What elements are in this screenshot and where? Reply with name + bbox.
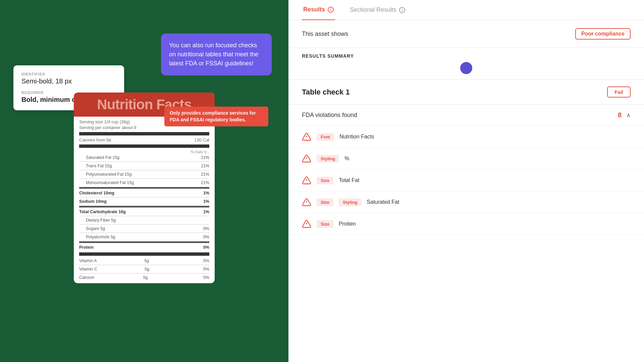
tab-sectional-label: Sectional Results (350, 6, 396, 13)
row-value: 5g (143, 275, 148, 280)
progress-indicator (302, 62, 631, 74)
tab-sectional-info-icon[interactable]: i (399, 7, 405, 13)
row-value: 21% (201, 172, 209, 177)
calories-row: Calories from fat 130 Cal (79, 137, 209, 142)
calories-from-fat-value: 130 Cal (194, 137, 209, 142)
tab-results-label: Results (303, 6, 325, 13)
violation-row: Font Nutrition Facts (288, 126, 644, 148)
table-row: Vitamin A 5g 5% (79, 258, 209, 264)
row-pct: 5% (203, 267, 209, 272)
table-row: Trans Fat 15g 21% (79, 163, 209, 169)
row-label: Trans Fat 15g (86, 164, 112, 168)
violation-text: Nutrition Facts (339, 134, 374, 140)
daily-header: % Daily V... (79, 150, 209, 154)
row-value: 0% (203, 245, 209, 250)
table-row: Vitamin C 5g 5% (79, 266, 209, 272)
warning-icon (302, 154, 311, 163)
violation-row: Size Styling Saturated Fat (288, 191, 644, 213)
tooltip-purple-text: You can also run focused checks on nutri… (169, 42, 258, 67)
identified-value: Semi-bold, 18 px (21, 77, 116, 85)
row-label: Calcium (79, 275, 94, 280)
warning-icon (302, 176, 311, 185)
row-value: 1% (203, 199, 209, 204)
violation-text: % (344, 156, 349, 162)
thick-bar-bottom (79, 252, 209, 256)
violation-text: Saturated Fat (367, 199, 399, 205)
table-row: Polyunsaturated Fat 15g 21% (79, 171, 209, 177)
tab-results[interactable]: Results i (302, 0, 335, 20)
violations-panel: FDA violations found 8 ∧ Font Nutrition … (288, 105, 644, 362)
table-row: Sugars 5g 0% (79, 226, 209, 232)
violations-count: 8 (618, 111, 622, 119)
violations-title: FDA violations found (302, 112, 357, 119)
violations-header: FDA violations found 8 ∧ (288, 105, 644, 126)
tag-font: Font (317, 133, 334, 141)
violation-row: Styling % (288, 148, 644, 170)
calories-from-fat-label: Calories from fat (79, 137, 111, 142)
left-panel: IDENTIFIED Semi-bold, 18 px REQUIRED Bol… (0, 0, 288, 362)
row-label: Sodium 10mg (79, 199, 107, 204)
row-label: Polyalcohols 5g (86, 235, 115, 239)
tooltip-purple: You can also run focused checks on nutri… (161, 34, 272, 75)
row-pct: 5% (203, 275, 209, 280)
table-row: Sodium 10mg 1% (79, 198, 209, 204)
row-label: Cholesterol 10mg (79, 191, 114, 195)
violation-row: Size Protien (288, 213, 644, 235)
tag-styling: Styling (317, 155, 339, 163)
table-row: Polyalcohols 5g 0% (79, 234, 209, 240)
row-label: Saturated Fat 15g (86, 155, 119, 160)
asset-summary: This asset shows Poor compliance (288, 20, 644, 48)
results-summary-title: RESULTS SUMMARY (302, 53, 631, 59)
table-row: Dietary Fiber 5g (79, 217, 209, 223)
nutrition-body: Serving size 1/4 cup (38g) Serving per c… (74, 117, 215, 283)
row-value: 21% (201, 155, 209, 160)
row-label: Monounsaturated Fat 15g (86, 180, 134, 185)
warning-icon (302, 197, 311, 207)
tab-results-info-icon[interactable]: i (328, 7, 334, 13)
row-label: Sugars 5g (86, 226, 105, 231)
table-row: Total Carbohydrate 10g 1% (79, 209, 209, 215)
violation-text: Total Fat (339, 177, 359, 183)
row-value: 0% (203, 235, 209, 239)
tabs-bar: Results i Sectional Results i (288, 0, 644, 20)
violations-count-area: 8 ∧ (618, 111, 631, 119)
thick-bar-mid (79, 144, 209, 148)
tag-size: Size (317, 177, 333, 184)
row-label: Polyunsaturated Fat 15g (86, 172, 131, 177)
identified-label: IDENTIFIED (21, 72, 116, 76)
table-check-header: Table check 1 Fail (288, 80, 644, 105)
row-value: 21% (201, 164, 209, 168)
row-value: 21% (201, 180, 209, 185)
row-value: 1% (203, 191, 209, 195)
tag-styling: Styling (339, 198, 361, 206)
row-label: Vitamin C (79, 267, 97, 272)
table-row: Calcium 5g 5% (79, 275, 209, 281)
table-row: Monounsaturated Fat 15g 21% (79, 180, 209, 186)
progress-dot (460, 62, 472, 74)
warning-icon (302, 132, 311, 141)
row-label: Dietary Fiber 5g (86, 218, 116, 223)
table-row: Saturated Fat 15g 21% (79, 155, 209, 161)
thick-bar-top (79, 132, 209, 135)
row-pct: 5% (203, 258, 209, 263)
tooltip-red: Only provides compliance services for FD… (164, 107, 268, 126)
tab-sectional-results[interactable]: Sectional Results i (348, 0, 407, 20)
violation-text: Protien (339, 221, 356, 227)
tag-size: Size (317, 220, 333, 228)
right-panel: Results i Sectional Results i This asset… (288, 0, 644, 362)
results-summary: RESULTS SUMMARY (288, 48, 644, 80)
table-check-title: Table check 1 (302, 88, 350, 97)
row-label: Vitamin A (79, 258, 97, 263)
violation-row: Size Total Fat (288, 170, 644, 191)
warning-icon (302, 219, 311, 229)
tooltip-red-text: Only provides compliance services for FD… (170, 110, 256, 122)
row-value: 0% (203, 226, 209, 231)
asset-summary-text: This asset shows (302, 31, 348, 38)
row-label: Total Carbohydrate 10g (79, 209, 126, 214)
chevron-up-icon[interactable]: ∧ (626, 112, 631, 119)
poor-compliance-badge: Poor compliance (575, 28, 631, 40)
row-value: 5g (144, 258, 149, 263)
row-value: 5g (145, 267, 149, 272)
row-label: Protein (79, 245, 94, 250)
fail-badge: Fail (607, 86, 631, 98)
